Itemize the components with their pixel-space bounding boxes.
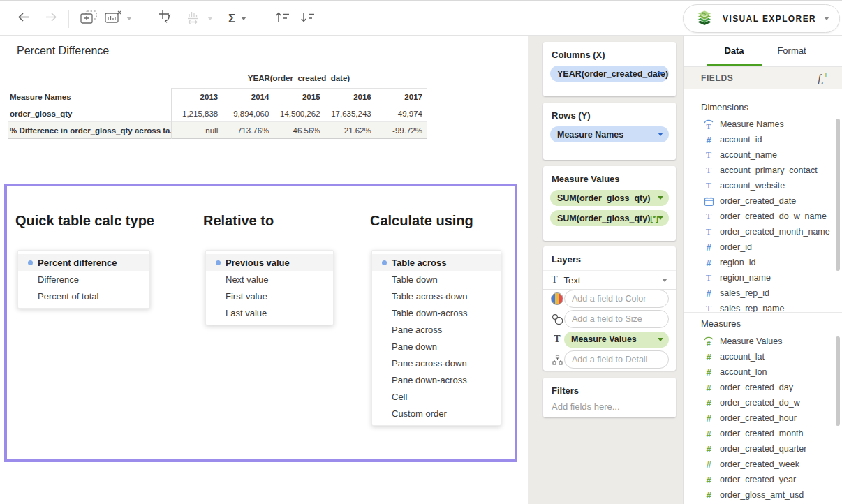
field-name: Measure Names: [720, 119, 784, 129]
row-label: % Difference in order_gloss_qty across t…: [8, 126, 171, 135]
pill-label: SUM(order_gloss_qty): [557, 193, 650, 203]
dimensions-scrollbar[interactable]: [836, 119, 840, 271]
remove-chart-button[interactable]: [102, 1, 134, 36]
field-item[interactable]: # T account_lat: [684, 349, 842, 364]
back-button[interactable]: [13, 1, 34, 36]
field-item[interactable]: # T region_id: [684, 255, 842, 270]
table-cell[interactable]: 21.62%: [325, 122, 376, 139]
field-item[interactable]: # T sales_rep_id: [684, 286, 842, 301]
measure-pill[interactable]: SUM(order_gloss_qty): [550, 190, 669, 206]
color-field-input[interactable]: [564, 290, 669, 308]
sort-ascending-icon: [275, 11, 290, 26]
field-item[interactable]: # T region_name: [684, 270, 842, 286]
field-name: order_created_week: [720, 459, 799, 469]
sort-descending-button[interactable]: [297, 1, 318, 36]
add-formula-icon[interactable]: fx+: [818, 71, 828, 86]
option[interactable]: Pane down: [372, 338, 501, 355]
table-cell[interactable]: 46.56%: [273, 122, 324, 139]
field-item[interactable]: # T order_created_do_w_name: [684, 209, 842, 224]
field-name: Measure Values: [720, 336, 782, 346]
option[interactable]: Next value: [206, 271, 333, 288]
option-selected[interactable]: Table across: [372, 254, 501, 271]
rows-pill[interactable]: Measure Names: [550, 126, 669, 142]
field-item[interactable]: # T order_created_month_name: [684, 224, 842, 239]
table-cell[interactable]: 1,215,838: [171, 105, 222, 122]
option-selected[interactable]: Previous value: [206, 254, 333, 271]
field-item[interactable]: # T order_gloss_amt_usd: [684, 487, 842, 503]
field-name: account_website: [720, 181, 785, 191]
field-item[interactable]: # T order_created_week: [684, 457, 842, 472]
field-name: order_created_do_w: [720, 398, 800, 408]
size-field-input[interactable]: [564, 310, 669, 328]
field-item[interactable]: # T sales_rep_name: [684, 301, 842, 312]
shelves-column: Columns (X) YEAR(order_created_date) Row…: [528, 36, 683, 504]
table-cell[interactable]: 9,894,060: [222, 105, 273, 122]
tab-format[interactable]: Format: [767, 36, 816, 64]
text-icon: T: [703, 211, 714, 222]
option[interactable]: Table down-across: [372, 304, 501, 321]
field-item[interactable]: # T account_id: [684, 132, 842, 147]
detail-field-input[interactable]: [564, 350, 669, 369]
panel-title: Filters: [552, 385, 667, 396]
row-label: order_gloss_qty: [8, 110, 171, 118]
number-icon: #: [703, 475, 714, 485]
sort-ascending-button[interactable]: [272, 1, 293, 36]
field-item[interactable]: # T order_id: [684, 239, 842, 255]
field-item[interactable]: # T account_website: [684, 178, 842, 193]
option[interactable]: First value: [206, 288, 333, 304]
option[interactable]: Custom order: [372, 405, 501, 422]
filters-placeholder[interactable]: Add fields here...: [552, 401, 667, 412]
chevron-down-icon: [824, 17, 829, 20]
table-cell[interactable]: null: [171, 122, 222, 139]
shelf-title: Rows (Y): [552, 110, 667, 121]
forward-button[interactable]: [40, 1, 61, 36]
field-item[interactable]: T # T Measure Names: [684, 117, 842, 132]
field-item[interactable]: # T order_created_day: [684, 380, 842, 395]
table-cell[interactable]: 14,500,262: [273, 105, 324, 122]
option[interactable]: Pane across: [372, 321, 501, 338]
text-encoding-icon: T: [550, 334, 564, 345]
field-item[interactable]: # T account_lon: [684, 364, 842, 380]
option[interactable]: Table across-down: [372, 288, 501, 304]
option[interactable]: Table down: [372, 271, 501, 288]
option[interactable]: Pane across-down: [372, 355, 501, 371]
aggregate-button[interactable]: Σ: [222, 1, 253, 36]
text-mark-icon: T: [552, 274, 558, 286]
svg-text:T: T: [706, 123, 711, 131]
field-name: order_created_month: [720, 429, 804, 438]
field-item[interactable]: # T order_created_month: [684, 426, 842, 441]
option[interactable]: Percent of total: [18, 288, 149, 304]
add-card-button[interactable]: [77, 1, 101, 36]
field-item[interactable]: # # T Measure Values: [684, 334, 842, 349]
table-cell[interactable]: 49,974: [376, 105, 427, 122]
text-encoding-pill[interactable]: Measure Values: [564, 332, 669, 348]
swap-axes-button[interactable]: [154, 1, 179, 36]
tab-data[interactable]: Data: [707, 36, 762, 64]
field-item[interactable]: # T order_created_do_w: [684, 395, 842, 410]
columns-pill[interactable]: YEAR(order_created_date): [550, 66, 669, 82]
measures-scrollbar[interactable]: [836, 336, 840, 426]
option[interactable]: Last value: [206, 304, 333, 321]
table-cell[interactable]: 713.76%: [222, 122, 273, 139]
field-item[interactable]: # T order_created_hour: [684, 410, 842, 426]
field-item[interactable]: # T account_primary_contact: [684, 163, 842, 178]
field-name: order_gloss_amt_usd: [720, 490, 804, 500]
year-column-header: 2016: [325, 88, 376, 105]
option[interactable]: Cell: [372, 388, 501, 405]
field-item[interactable]: # T account_name: [684, 147, 842, 163]
field-item[interactable]: # T order_created_year: [684, 472, 842, 487]
chart-type-button[interactable]: [182, 1, 218, 36]
option-selected[interactable]: Percent difference: [18, 254, 149, 271]
option[interactable]: Pane down-across: [372, 371, 501, 388]
field-item[interactable]: # T order_created_date: [684, 193, 842, 209]
table-cell[interactable]: -99.72%: [376, 122, 427, 139]
size-encoding-row: [550, 310, 669, 328]
table-cell[interactable]: 17,635,243: [325, 105, 376, 122]
mark-type-selector[interactable]: T Text: [543, 270, 676, 290]
chevron-down-icon: [207, 17, 213, 20]
table-row: order_gloss_qty 1,215,8389,894,06014,500…: [8, 105, 427, 122]
app-switcher[interactable]: VISUAL EXPLORER: [683, 4, 840, 33]
field-item[interactable]: # T order_created_quarter: [684, 441, 842, 457]
option[interactable]: Difference: [18, 271, 149, 288]
measure-pill[interactable]: SUM(order_gloss_qty) [*]: [550, 210, 669, 226]
